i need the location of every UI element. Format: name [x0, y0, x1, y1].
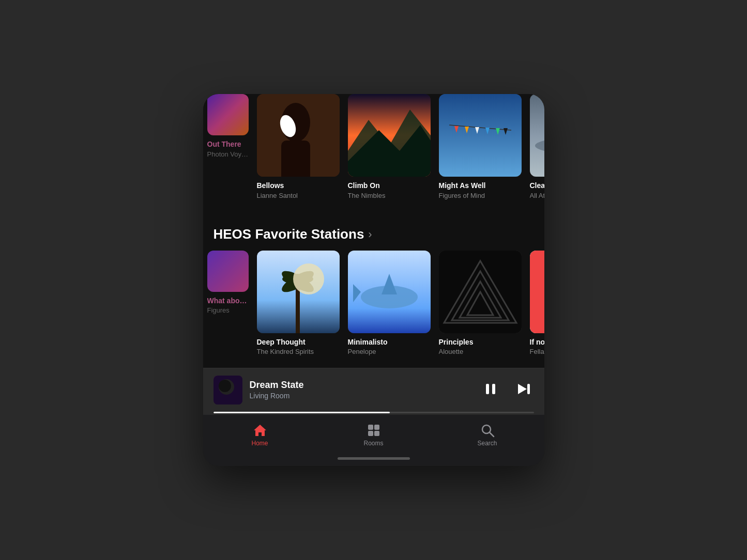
- nav-label-search: Search: [477, 440, 497, 447]
- rooms-icon: [367, 423, 381, 438]
- list-item[interactable]: Out There Photon Voyagers: [207, 94, 249, 158]
- list-item[interactable]: Minimalisto Penelope: [348, 251, 431, 355]
- album-art-if-not: [530, 251, 544, 333]
- now-playing-info: Dream State Living Room: [250, 380, 473, 400]
- list-item[interactable]: Principles Alouette: [439, 251, 522, 355]
- now-playing-room: Living Room: [250, 392, 473, 400]
- album-title: What about it: [207, 296, 249, 305]
- playback-controls: [480, 379, 534, 401]
- now-playing-title: Dream State: [250, 380, 473, 391]
- album-title: Principles: [439, 337, 522, 347]
- album-art-what-about-it: [207, 251, 249, 292]
- album-art-principles: [439, 251, 522, 333]
- skip-next-button[interactable]: [513, 379, 534, 401]
- list-item[interactable]: Might As Well Figures of Mind: [439, 94, 522, 199]
- album-art-deep-thought: [257, 251, 340, 333]
- album-artist: All At Once Again: [530, 192, 544, 199]
- svg-rect-53: [374, 425, 379, 430]
- album-art-climb-on: [348, 94, 431, 177]
- svg-rect-2: [281, 141, 310, 177]
- album-title: If not, then when?: [530, 337, 544, 347]
- album-artist: Photon Voyagers: [207, 150, 249, 158]
- now-playing-bar[interactable]: Dream State Living Room: [203, 368, 544, 412]
- list-item[interactable]: What about it Figures: [207, 251, 249, 314]
- album-title: Might As Well: [439, 181, 522, 190]
- album-title: Clean and Serene: [530, 181, 544, 190]
- svg-rect-15: [530, 94, 544, 177]
- bottom-nav: Home Rooms Search: [203, 414, 544, 453]
- album-artist: The Kindred Spirits: [257, 348, 340, 355]
- svg-rect-54: [368, 431, 373, 436]
- chevron-right-icon[interactable]: ›: [368, 228, 372, 241]
- album-title: Deep Thought: [257, 337, 340, 347]
- list-item[interactable]: If not, then when? Fella: [530, 251, 544, 355]
- svg-marker-50: [518, 384, 527, 394]
- album-art-bellows: [257, 94, 340, 177]
- nav-label-home: Home: [251, 440, 268, 447]
- album-artist: Lianne Santol: [257, 192, 340, 199]
- album-artist: Fella: [530, 348, 544, 355]
- album-art-might-as-well: [439, 94, 522, 177]
- nav-item-search[interactable]: Search: [467, 421, 508, 449]
- album-art-minimalisto: [348, 251, 431, 333]
- svg-point-47: [219, 380, 231, 392]
- svg-rect-7: [439, 94, 522, 177]
- scroll-area: Out There Photon Voyagers Bellows Lia: [203, 94, 544, 367]
- svg-rect-51: [527, 384, 530, 394]
- album-artist: The Nimbles: [348, 192, 431, 199]
- album-title: Minimalisto: [348, 337, 431, 347]
- nav-item-home[interactable]: Home: [239, 421, 281, 449]
- svg-line-57: [490, 432, 494, 437]
- list-item[interactable]: Bellows Lianne Santol: [257, 94, 340, 199]
- list-item[interactable]: Clean and Serene All At Once Again: [530, 94, 544, 199]
- album-artist: Alouette: [439, 348, 522, 355]
- phone-container: Out There Photon Voyagers Bellows Lia: [203, 94, 544, 465]
- nav-label-rooms: Rooms: [363, 440, 383, 447]
- svg-rect-52: [368, 425, 373, 430]
- album-artist: Figures of Mind: [439, 192, 522, 199]
- section-header-favorites: HEOS Favorite Stations ›: [203, 212, 544, 251]
- nav-item-rooms[interactable]: Rooms: [353, 421, 394, 449]
- album-title: Climb On: [348, 181, 431, 190]
- favorites-row: What about it Figures: [203, 251, 544, 368]
- recent-tracks-row: Out There Photon Voyagers Bellows Lia: [203, 94, 544, 211]
- album-artist: Penelope: [348, 348, 431, 355]
- list-item[interactable]: Climb On The Nimbles: [348, 94, 431, 199]
- home-indicator: [203, 453, 544, 466]
- svg-rect-48: [486, 384, 489, 394]
- svg-point-27: [293, 263, 324, 294]
- search-icon: [480, 423, 495, 438]
- now-playing-art: [214, 376, 242, 405]
- album-art-clean-serene: [530, 94, 544, 177]
- svg-rect-49: [492, 384, 495, 394]
- pause-button[interactable]: [480, 379, 501, 401]
- svg-rect-38: [530, 251, 544, 333]
- list-item[interactable]: Deep Thought The Kindred Spirits: [257, 251, 340, 355]
- album-title: Out There: [207, 139, 249, 149]
- home-icon: [253, 423, 267, 438]
- album-art-out-there: [207, 94, 249, 135]
- album-title: Bellows: [257, 181, 340, 190]
- section-title-favorites: HEOS Favorite Stations: [214, 226, 364, 242]
- svg-rect-55: [374, 431, 379, 436]
- album-artist: Figures: [207, 306, 249, 314]
- progress-fill: [214, 412, 390, 413]
- progress-track: [214, 412, 534, 413]
- home-bar: [338, 457, 410, 460]
